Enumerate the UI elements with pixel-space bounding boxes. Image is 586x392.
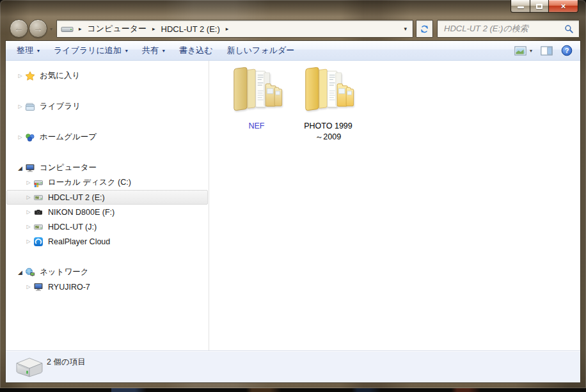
command-toolbar: 整理 ▾ ライブラリに追加 ▾ 共有 ▾ 書き込む 新しいフォルダー xyxy=(6,41,580,61)
sidebar-item-label: お気に入り xyxy=(40,70,80,81)
forward-arrow-icon: → xyxy=(33,23,43,34)
system-drive-icon xyxy=(33,178,44,188)
computer-icon xyxy=(24,163,36,173)
button-label: ライブラリに追加 xyxy=(54,45,122,56)
chevron-collapsed-icon[interactable]: ▷ xyxy=(24,209,33,215)
chevron-collapsed-icon[interactable]: ▷ xyxy=(24,284,33,290)
chevron-collapsed-icon[interactable]: ▷ xyxy=(16,73,24,79)
realplayer-cloud-icon xyxy=(33,237,44,247)
minimize-icon xyxy=(518,6,524,8)
button-label: 共有 xyxy=(142,45,159,56)
chevron-collapsed-icon[interactable]: ▷ xyxy=(24,239,33,244)
sidebar-item-label: コンピューター xyxy=(40,162,97,173)
chevron-collapsed-icon[interactable]: ▷ xyxy=(24,194,33,200)
burn-button[interactable]: 書き込む xyxy=(172,43,220,58)
explorer-window: × ← → ▾ ▸ コンピューター ▸ HDCL-UT 2 (E:) ▸ ▾ H… xyxy=(0,0,586,388)
external-drive-icon xyxy=(33,192,44,203)
maximize-icon xyxy=(536,4,542,9)
drive-icon xyxy=(61,24,74,34)
chevron-expanded-icon[interactable]: ◢ xyxy=(16,269,24,276)
back-arrow-icon: ← xyxy=(14,23,24,34)
help-button[interactable]: ? xyxy=(561,45,573,56)
external-drive-icon xyxy=(33,222,44,232)
refresh-button[interactable] xyxy=(416,20,433,38)
breadcrumb-item-drive[interactable]: HDCL-UT 2 (E:) xyxy=(160,24,221,35)
details-pane: 2 個の項目 xyxy=(6,350,580,382)
network-icon xyxy=(24,267,36,278)
folder-name: PHOTO 1999 ～2009 xyxy=(304,121,352,143)
chevron-down-icon: ▾ xyxy=(37,48,40,54)
navigation-pane: ▷ お気に入り ▷ ライブラリ ▷ xyxy=(6,61,209,350)
breadcrumb-separator: ▸ xyxy=(148,26,160,32)
sidebar-item-nikon-d800e-f[interactable]: ▷ NIKON D800E (F:) xyxy=(6,205,208,219)
item-count-status: 2 個の項目 xyxy=(47,357,86,368)
add-to-library-button[interactable]: ライブラリに追加 ▾ xyxy=(47,43,135,58)
close-icon: × xyxy=(561,2,566,10)
share-button[interactable]: 共有 ▾ xyxy=(135,43,172,58)
sidebar-item-label: ネットワーク xyxy=(40,267,88,278)
views-icon xyxy=(514,46,527,56)
content-area: ▷ お気に入り ▷ ライブラリ ▷ xyxy=(6,61,580,350)
folder-icon xyxy=(300,65,356,117)
address-bar[interactable]: ▸ コンピューター ▸ HDCL-UT 2 (E:) ▸ ▾ xyxy=(56,20,413,38)
chevron-collapsed-icon[interactable]: ▷ xyxy=(24,180,33,185)
breadcrumb-separator: ▸ xyxy=(74,26,86,32)
caption-buttons: × xyxy=(511,0,578,13)
maximize-button[interactable] xyxy=(530,0,549,13)
sidebar-item-hdcl-ut-2-e[interactable]: ▷ HDCL-UT 2 (E:) xyxy=(6,190,208,205)
sidebar-item-local-disk-c[interactable]: ▷ ローカル ディスク (C:) xyxy=(6,175,208,190)
sidebar-item-network[interactable]: ◢ ネットワーク xyxy=(6,265,208,279)
views-button[interactable]: ▾ xyxy=(514,46,532,56)
folder-item-photo[interactable]: PHOTO 1999 ～2009 xyxy=(296,65,360,143)
chevron-down-icon: ▾ xyxy=(125,48,128,54)
sidebar-item-label: ライブラリ xyxy=(40,101,81,112)
button-label: 書き込む xyxy=(179,45,213,56)
sidebar-item-realplayer-cloud[interactable]: ▷ RealPlayer Cloud xyxy=(6,234,208,249)
organize-button[interactable]: 整理 ▾ xyxy=(10,43,47,58)
sidebar-item-label: NIKON D800E (F:) xyxy=(48,208,115,217)
camera-icon xyxy=(33,207,44,217)
folder-name: NEF xyxy=(249,121,265,132)
chevron-down-icon: ▾ xyxy=(530,48,532,54)
breadcrumb-item-computer[interactable]: コンピューター xyxy=(86,22,148,35)
preview-pane-button[interactable] xyxy=(541,46,553,56)
magnifier-icon[interactable] xyxy=(564,24,574,34)
libraries-icon xyxy=(24,102,36,112)
computer-icon xyxy=(33,282,44,292)
forward-button[interactable]: → xyxy=(29,19,47,38)
star-icon xyxy=(24,71,36,81)
sidebar-item-computer[interactable]: ◢ コンピューター xyxy=(6,161,208,175)
address-dropdown[interactable]: ▾ xyxy=(398,26,413,32)
sidebar-item-homegroup[interactable]: ▷ ホームグループ xyxy=(6,130,208,145)
refresh-icon xyxy=(420,24,429,34)
button-label: 新しいフォルダー xyxy=(226,45,294,56)
homegroup-icon xyxy=(24,132,36,143)
chevron-collapsed-icon[interactable]: ▷ xyxy=(24,224,33,230)
sidebar-item-label: ローカル ディスク (C:) xyxy=(48,177,131,188)
sidebar-item-hdcl-ut-j[interactable]: ▷ HDCL-UT (J:) xyxy=(6,219,208,234)
sidebar-item-libraries[interactable]: ▷ ライブラリ xyxy=(6,99,208,114)
sidebar-item-label: HDCL-UT 2 (E:) xyxy=(48,193,105,202)
folder-item-nef[interactable]: NEF xyxy=(225,65,289,143)
recent-pages-dropdown[interactable]: ▾ xyxy=(50,26,52,32)
sidebar-item-label: RealPlayer Cloud xyxy=(48,237,110,246)
sidebar-item-label: RYUJIRO-7 xyxy=(48,283,90,292)
file-list: NEF PHOTO 1999 ～2009 xyxy=(225,65,360,143)
svg-text:?: ? xyxy=(565,47,569,54)
minimize-button[interactable] xyxy=(511,0,530,13)
sidebar-item-label: HDCL-UT (J:) xyxy=(48,223,97,231)
chevron-collapsed-icon[interactable]: ▷ xyxy=(16,104,24,109)
close-button[interactable]: × xyxy=(548,0,578,13)
sidebar-item-favorites[interactable]: ▷ お気に入り xyxy=(6,68,208,83)
new-folder-button[interactable]: 新しいフォルダー xyxy=(219,43,301,58)
search-input[interactable]: HDCL-UT 2 (E:)の検索 xyxy=(437,20,580,38)
search-placeholder: HDCL-UT 2 (E:)の検索 xyxy=(444,23,564,35)
chevron-expanded-icon[interactable]: ◢ xyxy=(16,165,24,171)
sidebar-item-ryujiro-7[interactable]: ▷ RYUJIRO-7 xyxy=(6,279,208,294)
back-button[interactable]: ← xyxy=(10,19,28,38)
hard-drive-icon xyxy=(14,354,45,383)
desktop-background-strip xyxy=(0,388,586,392)
chevron-collapsed-icon[interactable]: ▷ xyxy=(16,134,24,140)
breadcrumb-separator: ▸ xyxy=(221,26,234,32)
chevron-down-icon: ▾ xyxy=(162,48,165,54)
